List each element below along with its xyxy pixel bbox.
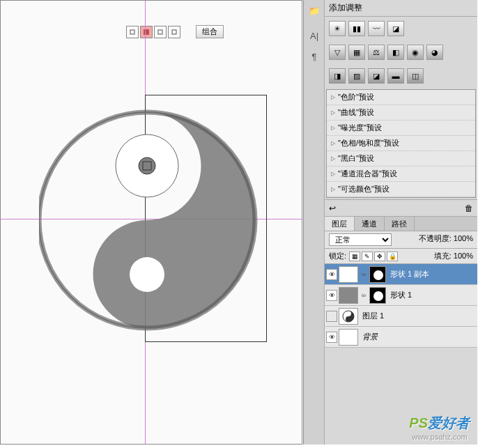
balance-icon[interactable]: ⚖	[368, 45, 385, 60]
adjustment-icons-row2: ▽ ▦ ⚖ ◧ ◉ ◕	[325, 40, 477, 64]
expand-icon: ▷	[331, 140, 335, 146]
panels-content: 添加调整 ☀ ▮▮ 〰 ◪ ▽ ▦ ⚖ ◧ ◉ ◕ ◨ ▨ ◪ ▬ ◫ ▷"色阶…	[325, 0, 477, 445]
expand-icon: ▷	[331, 155, 335, 162]
layer-name: 背景	[362, 332, 378, 342]
yinyang-shape[interactable]	[39, 95, 262, 346]
brightness-icon[interactable]: ☀	[329, 21, 346, 36]
vibrance-icon[interactable]: ▽	[329, 45, 346, 60]
layer-name: 形状 1 副本	[390, 269, 429, 279]
link-icon: ∞	[360, 292, 368, 299]
svg-rect-0	[130, 30, 134, 34]
svg-rect-3	[172, 30, 176, 34]
lock-pixels-icon[interactable]: ✎	[362, 252, 373, 261]
layer-list: 👁 ∞ 形状 1 副本 👁 ∞ 形状 1 图层 1 👁	[325, 264, 477, 348]
adjustment-icons-row1: ☀ ▮▮ 〰 ◪	[325, 17, 477, 40]
align-icon-3[interactable]	[154, 26, 167, 38]
preset-item[interactable]: ▷"黑白"预设	[327, 151, 475, 167]
selective-color-icon[interactable]: ◫	[407, 68, 424, 84]
layer-thumb	[339, 308, 358, 325]
mask-thumb[interactable]	[369, 287, 386, 304]
preset-label: "黑白"预设	[338, 153, 374, 164]
align-toolbar: 组合	[126, 25, 224, 38]
layer-row[interactable]: 👁 背景	[325, 327, 477, 348]
preset-item[interactable]: ▷"通道混合器"预设	[327, 167, 475, 182]
layer-panel-tabs: 图层 通道 路径	[325, 216, 477, 231]
adjustments-title: 添加调整	[329, 2, 362, 14]
fill-label: 填充:	[434, 252, 452, 260]
align-icon-2[interactable]	[140, 26, 153, 38]
preset-item[interactable]: ▷"曝光度"预设	[327, 121, 475, 136]
expand-icon: ▷	[331, 109, 335, 116]
threshold-icon[interactable]: ◪	[368, 68, 385, 84]
bw-icon[interactable]: ◧	[387, 45, 404, 60]
preset-list: ▷"色阶"预设 ▷"曲线"预设 ▷"曝光度"预设 ▷"色相/饱和度"预设 ▷"黑…	[326, 89, 476, 198]
align-icon-4[interactable]	[168, 26, 180, 38]
layer-name: 图层 1	[362, 311, 384, 321]
link-icon: ∞	[360, 271, 368, 278]
lock-position-icon[interactable]: ✥	[374, 252, 385, 261]
return-icon[interactable]: ↩	[329, 203, 336, 213]
tab-layers[interactable]: 图层	[325, 217, 355, 231]
trash-icon[interactable]: 🗑	[465, 203, 473, 213]
layer-name: 形状 1	[390, 290, 412, 300]
panels-column: 📁 A| ¶ 添加调整 ☀ ▮▮ 〰 ◪ ▽ ▦ ⚖ ◧ ◉ ◕ ◨ ▨ ◪ ▬…	[303, 0, 477, 445]
lock-row: 锁定: ▦ ✎ ✥ 🔒 填充: 100%	[325, 249, 477, 264]
watermark: PS爱好者 www.psahz.com	[409, 414, 470, 441]
lock-label: 锁定:	[329, 251, 346, 261]
group-button[interactable]: 组合	[196, 25, 224, 38]
mask-thumb[interactable]	[369, 266, 386, 283]
adjustments-header: 添加调整	[325, 0, 477, 17]
visibility-icon[interactable]: 👁	[326, 269, 337, 280]
invert-icon[interactable]: ◨	[329, 68, 346, 84]
preset-label: "可选颜色"预设	[338, 184, 390, 194]
watermark-site: www.psahz.com	[412, 433, 470, 441]
layer-thumb	[339, 287, 358, 304]
layer-row[interactable]: 👁 ∞ 形状 1 副本	[325, 264, 477, 285]
vtab-character-icon[interactable]: A|	[304, 25, 325, 46]
preset-label: "色相/饱和度"预设	[338, 138, 399, 148]
visibility-icon[interactable]: 👁	[326, 332, 337, 343]
opacity-label: 不透明度:	[419, 234, 452, 242]
vertical-tabs: 📁 A| ¶	[304, 0, 325, 445]
lock-transparent-icon[interactable]: ▦	[349, 252, 360, 261]
lock-all-icon[interactable]: 🔒	[387, 252, 398, 261]
watermark-logo: PS	[409, 415, 428, 431]
photo-filter-icon[interactable]: ◉	[407, 45, 424, 60]
tab-channels[interactable]: 通道	[355, 217, 385, 231]
preset-label: "色阶"预设	[338, 92, 374, 102]
exposure-icon[interactable]: ◪	[387, 21, 404, 36]
hue-icon[interactable]: ▦	[348, 45, 365, 60]
svg-rect-2	[158, 30, 162, 34]
visibility-icon[interactable]: 👁	[326, 290, 337, 301]
vtab-folder-icon[interactable]: 📁	[304, 0, 325, 21]
channel-mixer-icon[interactable]: ◕	[426, 45, 443, 60]
visibility-icon[interactable]	[326, 311, 337, 322]
posterize-icon[interactable]: ▨	[348, 68, 365, 84]
preset-item[interactable]: ▷"色阶"预设	[327, 90, 475, 105]
canvas-area[interactable]: 组合	[0, 0, 302, 445]
layer-thumb	[339, 329, 358, 346]
vtab-paragraph-icon[interactable]: ¶	[304, 46, 325, 67]
fill-value[interactable]: 100%	[454, 252, 473, 260]
preset-label: "通道混合器"预设	[338, 169, 397, 179]
preset-footer: ↩ 🗑	[325, 199, 477, 216]
watermark-sub: 爱好者	[428, 415, 470, 431]
curves-icon[interactable]: 〰	[368, 21, 385, 36]
preset-item[interactable]: ▷"可选颜色"预设	[327, 182, 475, 197]
blend-mode-select[interactable]: 正常	[329, 233, 392, 246]
preset-label: "曲线"预设	[338, 107, 374, 118]
layer-thumb	[339, 266, 358, 283]
gradient-map-icon[interactable]: ▬	[387, 68, 404, 84]
align-icon-1[interactable]	[126, 26, 139, 38]
levels-icon[interactable]: ▮▮	[348, 21, 365, 36]
expand-icon: ▷	[331, 94, 335, 100]
svg-point-8	[130, 257, 164, 292]
expand-icon: ▷	[331, 171, 335, 177]
preset-item[interactable]: ▷"色相/饱和度"预设	[327, 136, 475, 151]
preset-item[interactable]: ▷"曲线"预设	[327, 105, 475, 121]
tab-paths[interactable]: 路径	[385, 217, 415, 231]
layer-options-row: 正常 不透明度: 100%	[325, 231, 477, 249]
layer-row[interactable]: 👁 ∞ 形状 1	[325, 285, 477, 306]
layer-row[interactable]: 图层 1	[325, 306, 477, 327]
opacity-value[interactable]: 100%	[454, 234, 473, 242]
